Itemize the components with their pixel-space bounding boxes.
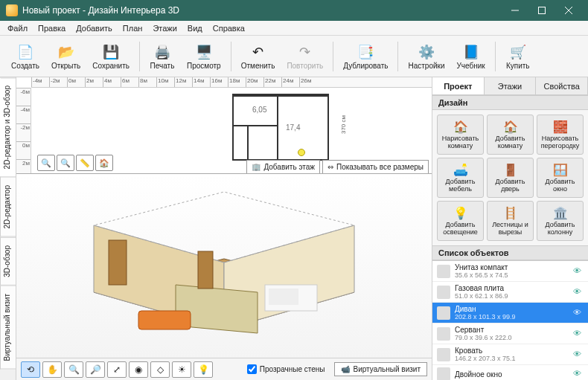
view3d-show-button[interactable]: ◉ bbox=[129, 361, 148, 378]
menu-добавить[interactable]: Добавить bbox=[71, 22, 117, 34]
tool-2[interactable]: 🧱Нарисовать перегородку bbox=[537, 115, 584, 155]
visibility-toggle-icon[interactable]: 👁 bbox=[573, 287, 584, 297]
ruler-tick: -2м bbox=[49, 77, 67, 87]
visibility-toggle-icon[interactable]: 👁 bbox=[573, 308, 584, 318]
buy-button[interactable]: 🛒Купить bbox=[500, 41, 536, 72]
canvas-area: -4м-2м0м2м4м6м8м10м12м14м16м18м20м22м24м… bbox=[16, 77, 432, 380]
canvas-2d[interactable]: -4м-2м0м2м4м6м8м10м12м14м16м18м20м22м24м… bbox=[16, 77, 432, 174]
object-item[interactable]: Сервант79.0 x 39.6 x 222.0👁 bbox=[432, 323, 588, 344]
right-tab-0[interactable]: Проект bbox=[432, 77, 485, 94]
visibility-toggle-icon[interactable]: 👁 bbox=[573, 329, 584, 339]
visibility-toggle-icon[interactable]: 👁 bbox=[573, 266, 584, 277]
duplicate-button[interactable]: 📑Дублировать bbox=[338, 41, 393, 72]
menu-справка[interactable]: Справка bbox=[208, 22, 249, 34]
virtual-visit-button[interactable]: 📹Виртуальный визит bbox=[334, 362, 427, 376]
toolbar-label: Открыть bbox=[51, 62, 80, 70]
main-toolbar: 📄Создать📂Открыть💾Сохранить🖨️Печать🖥️Прос… bbox=[0, 36, 588, 77]
maximize-button[interactable] bbox=[528, 0, 555, 21]
add-floor-button[interactable]: 🏢Добавить этаж bbox=[246, 160, 320, 174]
transparent-walls-input[interactable] bbox=[247, 364, 257, 374]
canvas-3d[interactable] bbox=[16, 174, 432, 358]
close-button[interactable] bbox=[555, 0, 582, 21]
menu-этажи[interactable]: Этажи bbox=[148, 22, 181, 34]
undo-button[interactable]: ↶Отменить bbox=[236, 41, 281, 72]
visibility-toggle-icon[interactable]: 👁 bbox=[573, 350, 584, 360]
tool-6[interactable]: 💡Добавить освещение bbox=[437, 201, 484, 241]
svg-rect-1 bbox=[539, 7, 546, 14]
object-name: Унитаз компакт bbox=[455, 263, 569, 271]
side-tab-1[interactable]: 2D-редактор bbox=[0, 177, 16, 237]
settings-button[interactable]: ⚙️Настройки bbox=[403, 41, 450, 72]
menu-правка[interactable]: Правка bbox=[33, 22, 70, 34]
open-button[interactable]: 📂Открыть bbox=[46, 41, 86, 72]
ruler-tick: 18м bbox=[228, 77, 246, 87]
show-dims-button[interactable]: ⇔Показывать все размеры bbox=[322, 160, 429, 174]
tutorial-button[interactable]: 📘Учебник bbox=[452, 41, 490, 72]
tool-label: Нарисовать перегородку bbox=[539, 135, 581, 150]
side-tab-3[interactable]: Виртуальный визит bbox=[0, 286, 16, 370]
object-item[interactable]: Диван202.8 x 101.3 x 99.9👁 bbox=[432, 303, 588, 323]
tool-label: Нарисовать комнату bbox=[439, 135, 482, 150]
tool-1[interactable]: 🏠Добавить комнату bbox=[487, 115, 534, 155]
separator bbox=[397, 42, 398, 71]
toolbar-label: Купить bbox=[506, 62, 530, 70]
dimensions-icon: ⇔ bbox=[327, 163, 333, 171]
side-tab-2[interactable]: 3D-обзор bbox=[0, 237, 16, 286]
view3d-wire-button[interactable]: ◇ bbox=[150, 361, 170, 378]
view3d-zoom-in-button[interactable]: 🔍 bbox=[64, 361, 83, 378]
create-button[interactable]: 📄Создать bbox=[6, 41, 45, 72]
visibility-toggle-icon[interactable]: 👁 bbox=[573, 369, 584, 379]
print-button[interactable]: 🖨️Печать bbox=[144, 41, 180, 72]
tool-label: Добавить колонну bbox=[539, 222, 581, 236]
transparent-walls-checkbox[interactable]: Прозрачные стены bbox=[247, 364, 325, 374]
right-tab-1[interactable]: Этажи bbox=[485, 77, 537, 94]
object-dimensions: 146.2 x 207.3 x 75.1 bbox=[455, 355, 569, 362]
tool-icon: 🧱 bbox=[553, 119, 568, 134]
tool-7[interactable]: 🪜Лестницы и вырезы bbox=[487, 201, 534, 241]
home-2d-button[interactable]: 🏠 bbox=[95, 155, 113, 171]
toolbar-label: Печать bbox=[150, 62, 175, 70]
camera-marker-icon[interactable] bbox=[298, 149, 305, 156]
view3d-sun-button[interactable]: ☀ bbox=[172, 361, 191, 378]
redo-button[interactable]: ↷Повторить bbox=[281, 41, 328, 72]
zoom-in-2d-button[interactable]: 🔍 bbox=[57, 155, 74, 171]
object-item[interactable]: Двойное окно👁 bbox=[432, 365, 588, 380]
menu-файл[interactable]: Файл bbox=[3, 22, 32, 34]
ruler-tick: -4м bbox=[31, 77, 49, 87]
right-tabs: ПроектЭтажиСвойства bbox=[432, 77, 588, 95]
tool-8[interactable]: 🏛️Добавить колонну bbox=[537, 201, 584, 241]
tool-5[interactable]: 🪟Добавить окно bbox=[537, 158, 584, 198]
render-3d bbox=[64, 181, 384, 352]
object-item[interactable]: Унитаз компакт35.6 x 56.5 x 74.5👁 bbox=[432, 261, 588, 282]
add-floor-icon: 🏢 bbox=[252, 163, 261, 171]
duplicate-icon: 📑 bbox=[357, 43, 374, 61]
object-item[interactable]: Кровать146.2 x 207.3 x 75.1👁 bbox=[432, 344, 588, 365]
floorplan[interactable]: 6,05 17,4 370 см bbox=[232, 94, 329, 161]
ruler-vertical: -6м-4м-2м0м2м bbox=[16, 88, 31, 173]
toolbar-label: Учебник bbox=[457, 62, 485, 70]
object-name: Сервант bbox=[455, 326, 569, 334]
side-tab-0[interactable]: 2D-редактор и 3D-обзор bbox=[0, 77, 16, 177]
minimize-button[interactable] bbox=[502, 0, 528, 21]
save-button[interactable]: 💾Сохранить bbox=[87, 41, 135, 72]
view3d-light-button[interactable]: 💡 bbox=[194, 361, 213, 378]
tool-0[interactable]: 🏠Нарисовать комнату bbox=[437, 115, 484, 155]
zoom-out-2d-button[interactable]: 🔍 bbox=[37, 155, 55, 171]
tool-icon: 🏠 bbox=[503, 119, 518, 134]
view3d-reset-button[interactable]: ⤢ bbox=[107, 361, 127, 378]
object-list[interactable]: Унитаз компакт35.6 x 56.5 x 74.5👁Газовая… bbox=[432, 260, 588, 380]
ruler-tick: 12м bbox=[174, 77, 192, 87]
menu-вид[interactable]: Вид bbox=[183, 22, 207, 34]
tool-4[interactable]: 🚪Добавить дверь bbox=[487, 158, 534, 198]
preview-button[interactable]: 🖥️Просмотр bbox=[182, 41, 226, 72]
view3d-hand-button[interactable]: ✋ bbox=[42, 361, 62, 378]
object-item[interactable]: Газовая плита51.0 x 62.1 x 86.9👁 bbox=[432, 282, 588, 303]
menu-план[interactable]: План bbox=[118, 22, 147, 34]
view3d-zoom-out-button[interactable]: 🔎 bbox=[86, 361, 105, 378]
tool-3[interactable]: 🛋️Добавить мебель bbox=[437, 158, 484, 198]
ruler-2d-button[interactable]: 📏 bbox=[76, 155, 94, 171]
view3d-360-button[interactable]: ⟲ bbox=[21, 361, 40, 378]
object-dimensions: 51.0 x 62.1 x 86.9 bbox=[455, 292, 569, 300]
right-tab-2[interactable]: Свойства bbox=[536, 77, 588, 94]
ruler-tick: 24м bbox=[281, 77, 299, 87]
